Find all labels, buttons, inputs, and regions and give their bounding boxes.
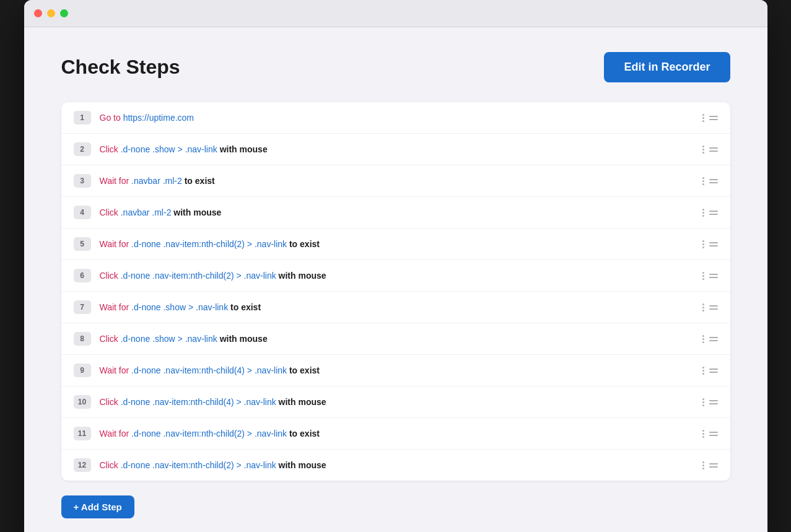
step-text: Click .d-none .nav-item:nth-child(2) > .… [100, 269, 693, 282]
more-options-icon[interactable] [702, 398, 704, 406]
step-controls [702, 146, 718, 154]
table-row: 6Click .d-none .nav-item:nth-child(2) > … [61, 260, 730, 292]
step-number: 1 [74, 111, 91, 124]
more-options-icon[interactable] [702, 209, 704, 217]
app-window: Check Steps Edit in Recorder 1Go to http… [24, 0, 767, 532]
step-number: 9 [74, 364, 91, 377]
more-options-icon[interactable] [702, 335, 704, 343]
more-options-icon[interactable] [702, 461, 704, 469]
table-row: 7Wait for .d-none .show > .nav-link to e… [61, 292, 730, 323]
more-options-icon[interactable] [702, 367, 704, 375]
add-step-button[interactable]: + Add Step [61, 495, 134, 518]
table-row: 2Click .d-none .show > .nav-link with mo… [61, 134, 730, 165]
edit-recorder-button[interactable]: Edit in Recorder [604, 52, 730, 82]
step-number: 3 [74, 174, 91, 188]
table-row: 9Wait for .d-none .nav-item:nth-child(4)… [61, 355, 730, 386]
step-text: Click .navbar .ml-2 with mouse [100, 206, 693, 219]
step-controls [702, 272, 718, 280]
steps-list: 1Go to https://uptime.com2Click .d-none … [61, 102, 730, 481]
drag-handle-icon[interactable] [709, 147, 718, 152]
step-text: Wait for .d-none .nav-item:nth-child(2) … [100, 427, 693, 440]
step-controls [702, 114, 718, 122]
table-row: 8Click .d-none .show > .nav-link with mo… [61, 323, 730, 355]
main-content: Check Steps Edit in Recorder 1Go to http… [24, 27, 767, 532]
drag-handle-icon[interactable] [709, 179, 718, 183]
step-number: 7 [74, 300, 91, 314]
step-controls [702, 398, 718, 406]
step-number: 8 [74, 332, 91, 346]
step-number: 2 [74, 142, 91, 156]
step-number: 10 [74, 395, 91, 409]
more-options-icon[interactable] [702, 303, 704, 312]
drag-handle-icon[interactable] [709, 463, 718, 468]
more-options-icon[interactable] [702, 114, 704, 122]
table-row: 11Wait for .d-none .nav-item:nth-child(2… [61, 418, 730, 450]
step-text: Click .d-none .show > .nav-link with mou… [100, 333, 693, 346]
drag-handle-icon[interactable] [709, 274, 718, 278]
step-text: Wait for .navbar .ml-2 to exist [100, 175, 693, 188]
step-number: 12 [74, 458, 91, 472]
step-text: Wait for .d-none .nav-item:nth-child(2) … [100, 238, 693, 251]
step-controls [702, 335, 718, 343]
step-number: 6 [74, 269, 91, 282]
drag-handle-icon[interactable] [709, 337, 718, 341]
drag-handle-icon[interactable] [709, 432, 718, 436]
drag-handle-icon[interactable] [709, 400, 718, 404]
step-controls [702, 303, 718, 312]
table-row: 5Wait for .d-none .nav-item:nth-child(2)… [61, 229, 730, 260]
drag-handle-icon[interactable] [709, 242, 718, 246]
step-text: Wait for .d-none .show > .nav-link to ex… [100, 301, 693, 314]
step-number: 5 [74, 237, 91, 251]
page-header: Check Steps Edit in Recorder [61, 52, 730, 82]
drag-handle-icon[interactable] [709, 116, 718, 120]
step-controls [702, 461, 718, 469]
page-title: Check Steps [61, 56, 180, 79]
drag-handle-icon[interactable] [709, 305, 718, 310]
minimize-button[interactable] [47, 9, 55, 17]
drag-handle-icon[interactable] [709, 211, 718, 215]
table-row: 1Go to https://uptime.com [61, 102, 730, 134]
step-controls [702, 177, 718, 185]
more-options-icon[interactable] [702, 177, 704, 185]
step-controls [702, 240, 718, 248]
step-number: 11 [74, 427, 91, 440]
table-row: 4Click .navbar .ml-2 with mouse [61, 197, 730, 229]
step-controls [702, 209, 718, 217]
more-options-icon[interactable] [702, 146, 704, 154]
close-button[interactable] [34, 9, 42, 17]
step-text: Click .d-none .nav-item:nth-child(4) > .… [100, 396, 693, 409]
step-text: Wait for .d-none .nav-item:nth-child(4) … [100, 364, 693, 377]
more-options-icon[interactable] [702, 272, 704, 280]
step-text: Go to https://uptime.com [100, 111, 693, 124]
table-row: 10Click .d-none .nav-item:nth-child(4) >… [61, 386, 730, 418]
more-options-icon[interactable] [702, 240, 704, 248]
table-row: 12Click .d-none .nav-item:nth-child(2) >… [61, 450, 730, 481]
titlebar [24, 0, 767, 27]
step-number: 4 [74, 206, 91, 219]
maximize-button[interactable] [60, 9, 68, 17]
step-text: Click .d-none .nav-item:nth-child(2) > .… [100, 459, 693, 472]
step-controls [702, 367, 718, 375]
more-options-icon[interactable] [702, 430, 704, 438]
step-text: Click .d-none .show > .nav-link with mou… [100, 143, 693, 156]
drag-handle-icon[interactable] [709, 368, 718, 373]
step-controls [702, 430, 718, 438]
table-row: 3Wait for .navbar .ml-2 to exist [61, 165, 730, 197]
